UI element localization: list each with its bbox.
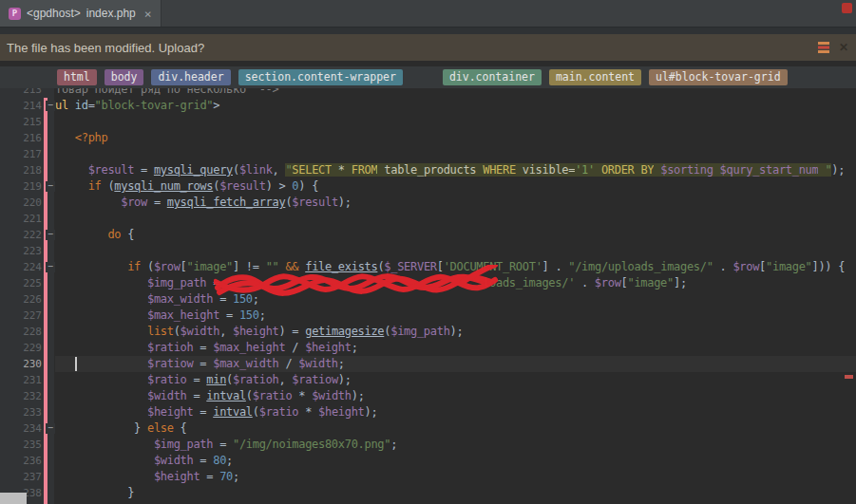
token: $row [121,196,147,209]
code-line-234[interactable]: } else { [55,420,856,437]
notification-text: The file has been modified. Upload? [7,41,204,55]
code-line-214[interactable]: ul id="block-tovar-grid"> [55,98,856,114]
notification-close-icon[interactable]: ✕ [839,41,848,54]
token: "block-tovar-grid" [95,99,214,112]
fold-marker-line-214[interactable]: − [46,101,55,111]
token: / [278,357,298,370]
code-line-225[interactable]: $img_path = ' loads_images/' . $row["ima… [55,275,856,291]
breadcrumb-div-container[interactable]: div.container [443,69,542,85]
line-number-219: 219 [0,178,42,195]
code-line-236[interactable]: $width = 80; [55,453,856,469]
token: $ratioh [233,373,278,386]
error-stripe-mark[interactable] [845,375,853,379]
code-line-237[interactable]: $height = 70; [55,469,856,485]
token: WHERE [483,163,516,177]
token: id [75,99,88,112]
token: $img_path [154,438,213,451]
token: $height [233,325,278,338]
breadcrumb-body[interactable]: body [105,69,144,85]
code-line-232[interactable]: $width = intval($ratio * $width); [55,388,856,404]
code-line-238[interactable]: } [55,485,856,501]
fold-marker-line-219[interactable]: − [46,181,55,192]
token: ; [226,454,233,467]
code-line-230[interactable]: $ratiow = $max_width / $width; [55,356,856,372]
code-line-231[interactable]: $ratio = min($ratioh, $ratiow); [55,372,856,388]
token: = [134,163,154,177]
token: $ratio [147,373,187,386]
code-line-229[interactable]: $ratioh = $max_height / $height; [55,340,856,356]
token: = [88,99,95,112]
code-line-221[interactable] [55,211,856,227]
token: $height [318,405,364,419]
token: intval [213,405,253,419]
breadcrumb-ul-block-tovar-grid[interactable]: ul#block-tovar-grid [649,69,788,85]
code-line-222[interactable]: do { [55,227,856,243]
token: $img_path [390,325,449,338]
token: [ [181,260,187,273]
code-line-216[interactable]: <?php [55,130,856,146]
token: ) > [266,179,293,193]
token: $width [154,454,194,467]
code-line-233[interactable]: $height = intval($ratio * $height); [55,404,856,420]
line-number-215: 215 [0,114,42,130]
code-line-235[interactable]: $img_path = "/img/noimages80x70.png"; [55,437,856,453]
fold-marker-line-234[interactable]: − [46,423,55,434]
token: 80 [213,454,226,467]
line-number-233: 233 [0,404,42,420]
line-number-224: 224 [0,259,42,275]
code-editor[interactable]: 2132142152162172182192202212222232242252… [0,88,856,504]
token: $row [732,260,759,273]
token: ( [233,163,239,177]
token: ( [174,325,181,338]
line-number-234: 234 [0,420,42,437]
token: $result [88,163,134,177]
line-number-226: 226 [0,291,42,308]
token: , [273,163,286,177]
code-line-226[interactable]: $max_width = 150; [55,291,856,308]
token: = [219,308,239,322]
breadcrumbs: htmlbodydiv.headersection.content-wrappe… [0,66,856,88]
breadcrumb-html[interactable]: html [57,69,97,85]
tab-project-name: <gpdhost> [27,7,81,20]
code-line-213[interactable]: товар пойдет ряд по несколько --> [55,88,856,98]
tab-close-icon[interactable]: × [144,8,152,20]
token: intval [206,389,246,402]
token: ( [226,373,233,386]
code-line-218[interactable]: $result = mysqli_query($link, "SELECT * … [55,162,856,178]
breadcrumb-main-content[interactable]: main.content [549,69,641,85]
token: ); [338,373,352,386]
token: = [187,373,207,386]
fold-marker-line-222[interactable]: − [46,230,55,240]
horizontal-scrollbar-thumb[interactable] [0,493,27,504]
breadcrumb-section-content-wrapper[interactable]: section.content-wrapper [238,69,403,85]
tab-index-php[interactable]: P <gpdhost> index.php × [0,0,162,27]
code-line-227[interactable]: $max_height = 150; [55,308,856,324]
token: "image" [766,260,811,273]
code-line-220[interactable]: $row = mysqli_fetch_array($result); [55,195,856,211]
breadcrumb-div-header[interactable]: div.header [151,69,230,85]
code-lines: товар пойдет ряд по несколько -->ul id="… [55,88,856,501]
token: > [213,99,219,112]
notification-icons: ✕ [818,34,848,61]
token: $qury_start_num [720,163,819,177]
token: * [298,405,318,419]
token: if [88,179,102,193]
token: ( [141,260,154,273]
code-line-223[interactable] [55,243,856,259]
code-line-215[interactable] [55,114,856,130]
token: { [121,228,134,241]
line-number-237: 237 [0,469,42,485]
code-line-228[interactable]: list($width, $height) = getimagesize($im… [55,324,856,340]
code-line-224[interactable]: if ($row["image"] != "" && file_exists($… [55,259,856,275]
fold-marker-line-224[interactable]: − [46,262,55,272]
code-line-219[interactable]: if (mysqli_num_rows($result) > 0) { [55,178,856,195]
token: $ratiow [292,373,337,386]
token: ( [253,405,259,419]
upload-sync-icon[interactable] [818,42,829,53]
token: $img_path [147,276,206,289]
token: [ [437,260,444,273]
tab-file-name: index.php [86,7,136,20]
token: $max_height [213,341,285,354]
code-line-217[interactable] [55,146,856,162]
token: ( [101,179,114,193]
